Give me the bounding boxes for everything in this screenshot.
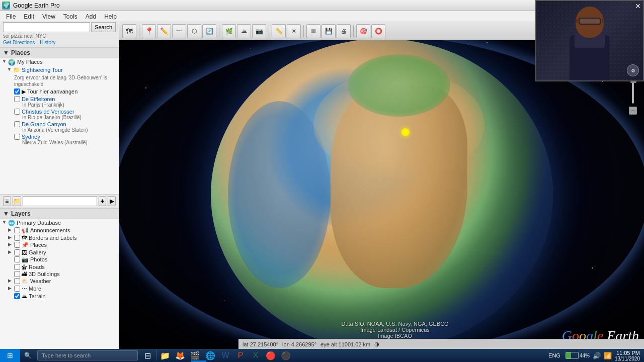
- places-christus[interactable]: Christus de Verlosser In Rio de Janeiro …: [0, 108, 119, 121]
- terrain-checkbox[interactable]: [14, 293, 20, 299]
- toolbar-path-btn[interactable]: 〰: [172, 24, 186, 38]
- layer-weather[interactable]: ▶ ⛅ Weather: [0, 278, 119, 285]
- sydney-label[interactable]: Sydney: [22, 134, 40, 140]
- roads-icon: 🛣: [22, 264, 27, 270]
- layer-primary-db[interactable]: ▼ 🌐 Primary Database: [0, 219, 119, 227]
- places-list-btn[interactable]: ≡: [3, 196, 11, 206]
- layer-3d-buildings[interactable]: 🏙 3D Buildings: [0, 270, 119, 278]
- expand-icon: ▼: [2, 59, 7, 64]
- buildings-checkbox[interactable]: [14, 271, 20, 277]
- expand-icon: ▼: [7, 67, 12, 72]
- history-link[interactable]: History: [40, 40, 55, 45]
- toolbar-photo-btn[interactable]: 📷: [252, 24, 266, 38]
- titlebar-left: 🌍 Google Earth Pro: [2, 2, 60, 10]
- get-directions-link[interactable]: Get Directions: [3, 40, 35, 45]
- places-eiffel[interactable]: De Eiffeltoren In Parijs (Frankrijk): [0, 96, 119, 108]
- taskbar-time-display: 11:05 PM: [615, 350, 640, 356]
- globe[interactable]: [211, 39, 553, 349]
- places-add-btn[interactable]: +: [99, 196, 107, 206]
- toolbar-tour-btn[interactable]: 🌿: [222, 24, 236, 38]
- taskbar-excel[interactable]: X: [248, 349, 263, 362]
- gallery-icon: 🖼: [22, 249, 27, 255]
- layers-header[interactable]: ▼ Layers: [0, 209, 119, 219]
- taskbar-search-icon[interactable]: 🔍: [20, 349, 35, 362]
- menu-view[interactable]: View: [38, 12, 59, 21]
- places-folder-btn[interactable]: 📁: [13, 196, 21, 206]
- toolbar-target-btn[interactable]: 🎯: [356, 24, 370, 38]
- menu-edit[interactable]: Edit: [20, 12, 38, 21]
- places-layer-checkbox[interactable]: [14, 242, 20, 248]
- lat-display: lat 27.215400°: [243, 341, 278, 347]
- taskbar-word[interactable]: W: [218, 349, 233, 362]
- toolbar-pin-btn[interactable]: 📍: [142, 24, 156, 38]
- search-button[interactable]: Search: [91, 22, 116, 32]
- christus-checkbox[interactable]: [14, 109, 20, 115]
- places-sydney[interactable]: Sydney Nieuw-Zuid-Wales (Australië): [0, 133, 119, 146]
- christus-label[interactable]: Christus de Verlosser: [22, 109, 74, 115]
- layer-terrain[interactable]: ⛰ Terrain: [0, 293, 119, 300]
- taskbar-app2[interactable]: ⚫: [278, 349, 293, 362]
- start-button[interactable]: ⊞: [0, 349, 20, 362]
- globe-container[interactable]: [119, 40, 644, 349]
- layer-photos[interactable]: 📷 Photos: [0, 256, 119, 263]
- volume-icon[interactable]: 🔊: [593, 352, 601, 359]
- zoom-out-btn[interactable]: −: [629, 107, 637, 115]
- borders-checkbox[interactable]: [14, 235, 20, 241]
- places-header[interactable]: ▼ Places: [0, 48, 119, 58]
- layer-borders[interactable]: ▶ 🗺 Borders and Labels: [0, 234, 119, 241]
- toolbar-print-btn[interactable]: 🖨: [337, 24, 351, 38]
- toolbar-sun-btn[interactable]: ☀: [287, 24, 301, 38]
- toolbar-overlay-btn[interactable]: 🔄: [202, 24, 216, 38]
- weather-checkbox[interactable]: [14, 278, 20, 284]
- places-sightseeing-tour[interactable]: ▼ 📁 Sightseeing Tour: [0, 66, 119, 74]
- webcam-close-button[interactable]: ✕: [635, 2, 641, 10]
- sightseeing-tour-label[interactable]: Sightseeing Tour: [22, 67, 63, 73]
- more-checkbox[interactable]: [14, 286, 20, 292]
- places-my-places[interactable]: ▼ 🌍 My Places: [0, 58, 119, 66]
- toolbar-measure-btn[interactable]: 📏: [272, 24, 286, 38]
- taskbar-file-explorer[interactable]: 📁: [157, 349, 173, 362]
- network-icon[interactable]: 📶: [604, 352, 612, 359]
- gallery-checkbox[interactable]: [14, 249, 20, 255]
- taskbar-task-view[interactable]: ⊟: [140, 349, 155, 362]
- announcements-checkbox[interactable]: [14, 227, 20, 233]
- layer-more[interactable]: ▶ ⋯ More: [0, 285, 119, 293]
- places-tour-start[interactable]: ▶ Tour hier aanvangen: [0, 88, 119, 96]
- menu-tools[interactable]: Tools: [59, 12, 82, 21]
- layer-gallery[interactable]: ▶ 🖼 Gallery: [0, 249, 119, 256]
- taskbar-powerpoint[interactable]: P: [233, 349, 248, 362]
- places-section: ▼ Places ▼ 🌍 My Places ▼ 📁 Sightseeing T…: [0, 48, 119, 209]
- search-input[interactable]: [3, 22, 90, 32]
- layer-roads[interactable]: 🛣 Roads: [0, 263, 119, 270]
- taskbar-app1[interactable]: 🔴: [263, 349, 278, 362]
- photos-checkbox[interactable]: [14, 256, 20, 262]
- eiffel-checkbox[interactable]: [14, 96, 20, 102]
- grandcanyon-label[interactable]: De Grand Canyon: [22, 121, 66, 127]
- taskbar-firefox[interactable]: 🦊: [173, 349, 188, 362]
- menu-help[interactable]: Help: [100, 12, 121, 21]
- places-search-input[interactable]: [23, 196, 97, 206]
- menu-file[interactable]: File: [2, 12, 20, 21]
- taskbar-clock[interactable]: 11:05 PM 13/11/2020: [615, 350, 640, 361]
- layer-announcements[interactable]: ▶ 📢 Announcements: [0, 227, 119, 234]
- sydney-checkbox[interactable]: [14, 134, 20, 140]
- toolbar-email-btn[interactable]: ✉: [306, 24, 320, 38]
- eiffel-label[interactable]: De Eiffeltoren: [22, 96, 55, 102]
- toolbar-save-btn[interactable]: 💾: [321, 24, 336, 38]
- toolbar-terrain-btn[interactable]: ⛰: [237, 24, 251, 38]
- places-settings-btn[interactable]: ▶: [108, 196, 116, 206]
- tour-start-checkbox[interactable]: [14, 88, 20, 95]
- roads-checkbox[interactable]: [14, 264, 20, 270]
- toolbar-draw-btn[interactable]: ✏️: [157, 24, 171, 38]
- taskbar-search-box[interactable]: Type here to search: [37, 350, 138, 360]
- menu-add[interactable]: Add: [82, 12, 100, 21]
- places-warning: Zorg ervoor dat de laag '3D-Gebouwen' is…: [0, 74, 119, 88]
- toolbar-polygon-btn[interactable]: ⬡: [187, 24, 201, 38]
- toolbar-circle-btn[interactable]: ⭕: [371, 24, 385, 38]
- toolbar-map-btn[interactable]: 🗺: [122, 24, 136, 38]
- grandcanyon-checkbox[interactable]: [14, 121, 20, 127]
- places-grandcanyon[interactable]: De Grand Canyon In Arizona (Verenigde St…: [0, 121, 119, 133]
- more-label: More: [29, 286, 41, 292]
- layer-places[interactable]: ▶ 📌 Places: [0, 241, 119, 249]
- webcam-settings-btn[interactable]: ⚙: [627, 64, 639, 76]
